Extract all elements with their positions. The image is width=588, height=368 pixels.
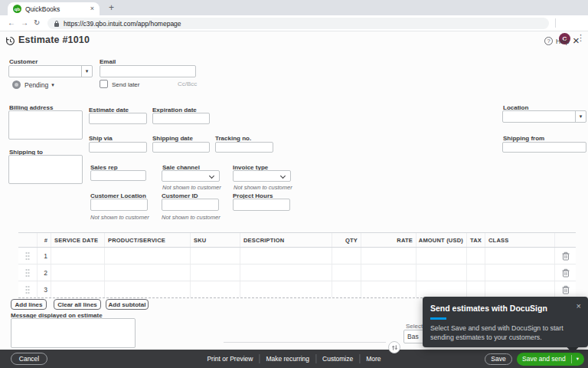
tracking-no-label: Tracking no. bbox=[215, 135, 251, 142]
cell-sku[interactable] bbox=[190, 281, 240, 297]
shipping-from-field[interactable] bbox=[502, 142, 586, 153]
delete-row-icon[interactable] bbox=[554, 248, 576, 264]
shipping-date-field[interactable] bbox=[152, 142, 210, 153]
back-icon[interactable]: ← bbox=[8, 18, 15, 27]
cell-sku[interactable] bbox=[190, 264, 240, 281]
table-row[interactable]: 1 bbox=[18, 248, 576, 264]
cell-rate[interactable] bbox=[361, 281, 416, 297]
cell-service-date[interactable] bbox=[51, 281, 104, 297]
footer-divider bbox=[259, 354, 260, 363]
drag-handle-icon[interactable] bbox=[18, 248, 37, 264]
cell-product-service[interactable] bbox=[104, 248, 190, 264]
cell-amount[interactable] bbox=[416, 281, 466, 297]
delete-row-icon[interactable] bbox=[554, 281, 576, 297]
drag-handle-icon[interactable] bbox=[18, 281, 37, 297]
tracking-no-field[interactable] bbox=[215, 142, 273, 153]
footer-bar: Cancel Print or Preview Make recurring C… bbox=[0, 350, 588, 368]
cc-bcc-link[interactable]: Cc/Bcc bbox=[178, 80, 197, 87]
sales-rep-field[interactable] bbox=[90, 170, 146, 181]
ship-via-field[interactable] bbox=[89, 142, 147, 153]
sale-channel-select[interactable] bbox=[162, 170, 220, 182]
toolbar-divider bbox=[555, 18, 556, 28]
expand-totals-button[interactable] bbox=[388, 341, 400, 353]
drag-handle-icon[interactable] bbox=[18, 264, 37, 281]
help-button[interactable]: ? Help bbox=[544, 37, 569, 45]
footer-divider bbox=[359, 354, 360, 363]
history-clock-icon bbox=[5, 36, 15, 46]
refresh-icon[interactable]: ↻ bbox=[34, 18, 40, 27]
cell-sku[interactable] bbox=[190, 248, 240, 264]
cell-class[interactable] bbox=[485, 281, 554, 297]
more-button[interactable]: More bbox=[366, 355, 381, 363]
row-number: 1 bbox=[37, 248, 51, 264]
customize-button[interactable]: Customize bbox=[322, 355, 353, 363]
cell-tax[interactable] bbox=[466, 248, 485, 264]
chevron-down-icon[interactable]: ▾ bbox=[81, 66, 92, 77]
col-service-date: SERVICE DATE bbox=[51, 233, 104, 247]
email-field[interactable] bbox=[100, 65, 196, 77]
project-hours-field[interactable] bbox=[233, 199, 290, 211]
customer-label: Customer bbox=[9, 58, 38, 65]
message-field[interactable] bbox=[11, 318, 136, 348]
cell-description[interactable] bbox=[240, 264, 332, 281]
cell-qty[interactable] bbox=[332, 248, 361, 264]
shipping-to-field[interactable] bbox=[8, 155, 83, 184]
cell-product-service[interactable] bbox=[104, 281, 190, 297]
docusign-popup: Send estimates with DocuSign × Select Sa… bbox=[423, 297, 588, 347]
make-recurring-button[interactable]: Make recurring bbox=[266, 355, 309, 363]
cell-rate[interactable] bbox=[361, 264, 416, 281]
status-badge[interactable]: Pending ▾ bbox=[12, 80, 54, 89]
customer-select[interactable]: ▾ bbox=[8, 65, 93, 77]
table-row[interactable]: 3 bbox=[18, 281, 576, 298]
cell-product-service[interactable] bbox=[104, 264, 190, 281]
cell-class[interactable] bbox=[485, 264, 554, 281]
cell-rate[interactable] bbox=[361, 248, 416, 264]
estimate-date-field[interactable] bbox=[89, 113, 147, 124]
save-and-send-button[interactable]: Save and send ▾ bbox=[517, 353, 584, 366]
cell-amount[interactable] bbox=[416, 264, 466, 281]
new-tab-button[interactable]: + bbox=[109, 2, 114, 13]
send-later-checkbox[interactable] bbox=[100, 80, 108, 88]
cell-qty[interactable] bbox=[332, 264, 361, 281]
print-or-preview-button[interactable]: Print or Preview bbox=[207, 355, 253, 363]
clear-all-lines-button[interactable]: Clear all lines bbox=[54, 299, 101, 310]
chevron-down-icon[interactable]: ▾ bbox=[577, 356, 579, 362]
row-number: 3 bbox=[37, 281, 51, 297]
cell-description[interactable] bbox=[240, 248, 332, 264]
chevron-down-icon bbox=[280, 173, 286, 179]
cell-service-date[interactable] bbox=[51, 248, 104, 264]
location-select[interactable]: ▾ bbox=[502, 110, 586, 123]
line-items-table: # SERVICE DATE PRODUCT/SERVICE SKU DESCR… bbox=[18, 232, 576, 298]
cell-amount[interactable] bbox=[416, 248, 466, 264]
billing-address-field[interactable] bbox=[8, 110, 83, 140]
save-button[interactable]: Save bbox=[485, 353, 512, 365]
cell-service-date[interactable] bbox=[51, 264, 104, 281]
forward-icon[interactable]: → bbox=[21, 18, 28, 27]
cell-tax[interactable] bbox=[466, 281, 485, 297]
row-number: 2 bbox=[37, 264, 51, 281]
cell-qty[interactable] bbox=[332, 281, 361, 297]
cell-tax[interactable] bbox=[466, 264, 485, 281]
expiration-date-field[interactable] bbox=[152, 113, 210, 124]
delete-row-icon[interactable] bbox=[554, 264, 576, 281]
button-divider bbox=[571, 355, 572, 363]
lock-icon bbox=[54, 20, 60, 28]
cell-class[interactable] bbox=[485, 248, 554, 264]
address-bar[interactable]: https://c39.qbo.intuit.com/app/homepage bbox=[47, 18, 549, 29]
cancel-button[interactable]: Cancel bbox=[11, 353, 47, 365]
customer-id-field[interactable] bbox=[162, 199, 219, 211]
table-row[interactable]: 2 bbox=[18, 264, 576, 281]
not-shown-note: Not shown to customer bbox=[162, 184, 221, 191]
popup-close-icon[interactable]: × bbox=[577, 301, 581, 310]
quickbooks-estimate-window: qb QuickBooks × + ← → ↻ https://c39.qbo.… bbox=[0, 0, 588, 368]
chevron-down-icon[interactable]: ▾ bbox=[575, 111, 586, 122]
cell-description[interactable] bbox=[240, 281, 332, 297]
customer-location-field[interactable] bbox=[90, 199, 148, 211]
shipping-from-label: Shipping from bbox=[503, 135, 544, 142]
add-lines-button[interactable]: Add lines bbox=[11, 299, 47, 310]
add-subtotal-button[interactable]: Add subtotal bbox=[106, 299, 149, 310]
tab-close-icon[interactable]: × bbox=[90, 5, 94, 12]
close-icon[interactable]: × bbox=[573, 34, 580, 47]
browser-tab[interactable]: qb QuickBooks × bbox=[8, 2, 100, 15]
invoice-type-select[interactable] bbox=[233, 170, 291, 182]
